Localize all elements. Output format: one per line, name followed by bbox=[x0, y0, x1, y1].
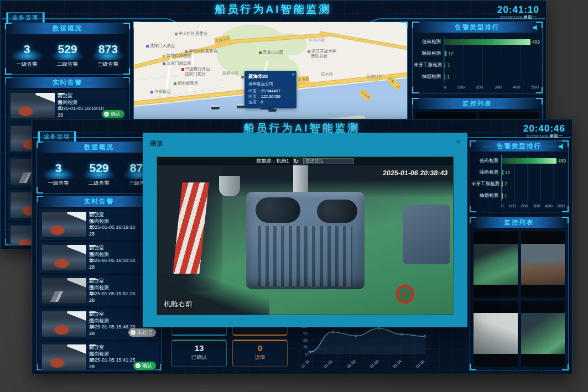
axis-tick: 100 bbox=[457, 85, 465, 90]
alert-list-item[interactable]: 新海华28 驾驶室 值岗检测 2025-01-05 15:51:25 ✓ bbox=[39, 275, 159, 306]
alert-ranking-panel: >>>>>告警类型排行<<<<< 值岗检测 489 睡岗检测 12 未穿工服检测… bbox=[412, 22, 543, 93]
map-poi-marker bbox=[163, 55, 165, 58]
alert-list-item[interactable]: 新海华28 驾驶室 值岗检测 2025-01-05 16:19:10 ✓ bbox=[39, 209, 159, 240]
close-icon[interactable]: × bbox=[456, 138, 460, 146]
panel-title: 实时告警 bbox=[84, 198, 114, 205]
map-place-label: 中兴小区 bbox=[309, 38, 325, 43]
camera-thumbnail[interactable] bbox=[473, 313, 518, 354]
clock: 20:40:46 2025/01/06 星期一 bbox=[523, 124, 565, 139]
camera-cell[interactable] bbox=[473, 231, 518, 297]
camera-cell[interactable] bbox=[521, 231, 565, 297]
alert-status-badge[interactable]: ✓ 确认 bbox=[133, 362, 156, 370]
business-management-button[interactable]: 业务管理 bbox=[38, 131, 76, 142]
data-source-value: 机舱1 bbox=[276, 158, 289, 164]
popup-close-icon[interactable]: × bbox=[292, 72, 294, 77]
scene-engine-block bbox=[258, 226, 352, 286]
panel-title: 数据概况 bbox=[84, 144, 114, 150]
popup-data-row: 速度：0 bbox=[248, 100, 293, 105]
alert-ship-name: 新海华28 bbox=[89, 278, 97, 283]
map-place-label: 普陀仁济医院 bbox=[163, 53, 191, 59]
camera-thumbnail[interactable] bbox=[473, 244, 518, 285]
alert-list-item[interactable]: 新海华28 驾驶室 值岗检测 2025-01-05 16:10:34 ✓ bbox=[39, 242, 159, 273]
map-poi-marker bbox=[181, 68, 184, 71]
axis-tick: 300 bbox=[533, 203, 540, 208]
speaker-icon[interactable] bbox=[559, 144, 565, 149]
video-playback-modal: 播放 × 数据源：机舱1 ↻ 选择算法 2025-01-06 20:38:43 … bbox=[143, 133, 467, 327]
ranking-category: 值岗检测 bbox=[414, 39, 444, 45]
panel-title: 实时告警 bbox=[53, 79, 82, 86]
ship-marker-icon[interactable] bbox=[211, 105, 220, 109]
axis-tick: 500 bbox=[558, 203, 565, 208]
alert-status-badge[interactable]: ✓ 确认 bbox=[102, 110, 124, 118]
overview-stat: 529 二级告警 bbox=[48, 36, 87, 68]
alert-thumbnail[interactable] bbox=[42, 212, 86, 237]
summary-stat-label: 已确认 bbox=[172, 354, 226, 361]
ranking-value: 7 bbox=[447, 62, 450, 68]
popup-data-row: 经度：122.30456 bbox=[248, 94, 293, 100]
ranking-bar-row: 值岗检测 489 bbox=[414, 36, 540, 48]
svg-text:12-31: 12-31 bbox=[300, 359, 310, 368]
alert-thumbnail[interactable] bbox=[42, 245, 86, 270]
panel-title: 告警类型排行 bbox=[497, 143, 542, 149]
axis-tick: 400 bbox=[513, 85, 520, 90]
ranking-bar bbox=[444, 74, 445, 80]
alert-trend-chart: 030609012012-3101-0101-0201-0301-0401-05 bbox=[295, 322, 435, 373]
speaker-icon[interactable] bbox=[533, 25, 539, 30]
camera-thumbnail[interactable] bbox=[521, 244, 565, 285]
ranking-bar-row: 抽烟检测 1 bbox=[471, 190, 566, 201]
summary-stat-card: 13 已确认 bbox=[171, 339, 227, 367]
ranking-category: 值岗检测 bbox=[471, 158, 501, 164]
alert-thumbnail[interactable] bbox=[11, 93, 55, 118]
popup-company: 海华客运公司 bbox=[248, 81, 293, 87]
panel-title: 告警类型排行 bbox=[455, 24, 500, 30]
video-player: 数据源：机舱1 ↻ 选择算法 2025-01-06 20:38:43 机舱右前 bbox=[157, 156, 454, 315]
panel-header: >>>>>监控列表<<<<< bbox=[470, 217, 568, 228]
video-timestamp: 2025-01-06 20:38:43 bbox=[382, 169, 448, 177]
ranking-value: 489 bbox=[532, 39, 540, 45]
clock-date: 2025/01/06 bbox=[526, 134, 548, 139]
ranking-category: 睡岗检测 bbox=[471, 169, 501, 176]
alert-status-badge[interactable]: ✓ 未处理 bbox=[128, 328, 156, 337]
svg-text:0: 0 bbox=[305, 352, 308, 356]
video-toolbar: 数据源：机舱1 ↻ 选择算法 bbox=[157, 157, 453, 165]
refresh-icon[interactable]: ↻ bbox=[293, 159, 298, 164]
stat-label: 二级告警 bbox=[80, 180, 118, 187]
svg-text:01-01: 01-01 bbox=[323, 359, 333, 368]
alert-thumbnail[interactable] bbox=[42, 344, 86, 370]
alert-list-item[interactable]: 新海华28 驾驶室 值岗检测 2025-01-05 15:41:25 ✓ 确认 bbox=[39, 342, 159, 370]
alert-list-item[interactable]: 新海华28 驾驶室 值岗检测 2025-01-05 16:19:10 ✓ 确认 bbox=[8, 90, 127, 121]
alert-list-item[interactable]: 新海华28 驾驶室 值岗检测 2025-01-05 15:46:25 ✓ 未处理 bbox=[39, 309, 159, 339]
map-poi-marker bbox=[146, 45, 149, 48]
ranking-bar bbox=[444, 51, 446, 56]
alert-time: 2025-01-05 15:51:25 bbox=[89, 291, 136, 297]
map-poi-marker bbox=[308, 50, 310, 53]
clock-weekday: 星期一 bbox=[549, 134, 563, 139]
business-management-button[interactable]: 业务管理 bbox=[6, 12, 45, 23]
map-poi-marker bbox=[175, 33, 178, 35]
algorithm-select[interactable]: 选择算法 bbox=[303, 158, 354, 164]
scene-right-engine bbox=[403, 205, 450, 264]
svg-text:60: 60 bbox=[303, 338, 308, 342]
stat-value: 3 bbox=[39, 155, 78, 179]
ranking-category: 未穿工服检测 bbox=[414, 62, 444, 69]
check-icon: ✓ bbox=[136, 363, 141, 368]
camera-thumbnail[interactable] bbox=[521, 313, 565, 354]
camera-position-label: 机舱右前 bbox=[164, 299, 192, 309]
panel-title: 数据概况 bbox=[53, 25, 82, 32]
alert-thumbnail[interactable] bbox=[42, 278, 86, 304]
panel-header: >>>>>实时告警<<<<< bbox=[6, 77, 129, 88]
svg-text:01-04: 01-04 bbox=[392, 359, 402, 368]
monitor-list-panel: >>>>>监控列表<<<<< bbox=[470, 217, 569, 370]
ranking-bar bbox=[502, 170, 503, 175]
camera-cell[interactable] bbox=[473, 301, 518, 367]
ship-marker-icon[interactable] bbox=[237, 104, 245, 108]
overview-stat: 873 三级告警 bbox=[89, 36, 127, 68]
alert-thumbnail[interactable] bbox=[42, 311, 86, 337]
popup-data-row: 纬度：29.944497 bbox=[248, 88, 293, 94]
ranking-category: 未穿工服检测 bbox=[471, 181, 501, 187]
overview-stat: 3 一级告警 bbox=[39, 155, 78, 187]
axis-tick: 300 bbox=[495, 85, 502, 90]
ranking-category: 抽烟检测 bbox=[414, 74, 444, 80]
camera-cell[interactable] bbox=[521, 301, 565, 367]
ranking-bar-row: 未穿工服检测 7 bbox=[471, 178, 566, 190]
